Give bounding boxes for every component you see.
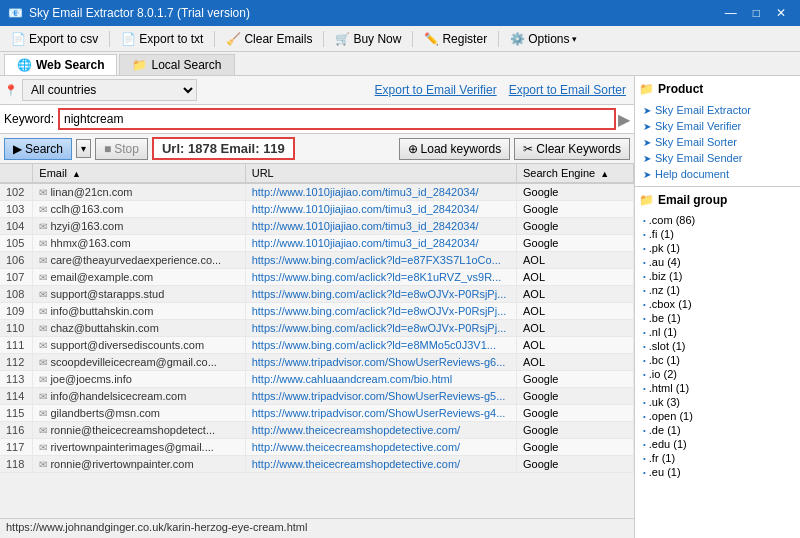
email-group-list: •.com (86)•.fi (1)•.pk (1)•.au (4)•.biz … bbox=[639, 213, 796, 479]
row-engine: Google bbox=[517, 388, 634, 405]
row-url[interactable]: https://www.tripadvisor.com/ShowUserRevi… bbox=[245, 354, 516, 371]
location-icon: 📍 bbox=[4, 84, 18, 97]
row-url[interactable]: https://www.tripadvisor.com/ShowUserRevi… bbox=[245, 388, 516, 405]
group-label: .nz (1) bbox=[649, 284, 680, 296]
group-dot-icon: • bbox=[643, 272, 646, 281]
menu-clear-emails[interactable]: 🧹 Clear Emails bbox=[219, 29, 319, 49]
clear-keywords-button[interactable]: ✂ Clear Keywords bbox=[514, 138, 630, 160]
row-engine: AOL bbox=[517, 354, 634, 371]
group-label: .biz (1) bbox=[649, 270, 683, 282]
row-url[interactable]: http://www.cahluaandcream.com/bio.html bbox=[245, 371, 516, 388]
email-group-item[interactable]: •.biz (1) bbox=[639, 269, 796, 283]
email-group-item[interactable]: •.nz (1) bbox=[639, 283, 796, 297]
close-button[interactable]: ✕ bbox=[770, 6, 792, 20]
group-dot-icon: • bbox=[643, 342, 646, 351]
menu-export-csv[interactable]: 📄 Export to csv bbox=[4, 29, 105, 49]
row-url[interactable]: https://www.bing.com/aclick?ld=e8wOJVx-P… bbox=[245, 286, 516, 303]
tab-web-search[interactable]: 🌐 Web Search bbox=[4, 54, 117, 75]
clear-keywords-label: Clear Keywords bbox=[536, 142, 621, 156]
table-row: 116 ✉ ronnie@theicecreamshopdetect... ht… bbox=[0, 422, 634, 439]
row-email: ✉ hhmx@163.com bbox=[33, 235, 245, 252]
email-group-item[interactable]: •.io (2) bbox=[639, 367, 796, 381]
menu-buy-now[interactable]: 🛒 Buy Now bbox=[328, 29, 408, 49]
menu-sep-5 bbox=[498, 31, 499, 47]
center-panel: 📍 All countries Export to Email Verifier… bbox=[0, 76, 635, 538]
table-row: 113 ✉ joe@joecms.info http://www.cahluaa… bbox=[0, 371, 634, 388]
product-link-item[interactable]: ➤Sky Email Verifier bbox=[639, 118, 796, 134]
product-link-item[interactable]: ➤Help document bbox=[639, 166, 796, 182]
search-dropdown-button[interactable]: ▾ bbox=[76, 139, 91, 158]
keyword-row: Keyword: ▶ bbox=[0, 105, 634, 134]
row-url[interactable]: https://www.tripadvisor.com/ShowUserRevi… bbox=[245, 405, 516, 422]
menu-sep-3 bbox=[323, 31, 324, 47]
row-url[interactable]: http://www.theicecreamshopdetective.com/ bbox=[245, 422, 516, 439]
product-link-item[interactable]: ➤Sky Email Sorter bbox=[639, 134, 796, 150]
email-group-item[interactable]: •.html (1) bbox=[639, 381, 796, 395]
row-engine: Google bbox=[517, 183, 634, 201]
web-search-tab-icon: 🌐 bbox=[17, 58, 32, 72]
keyword-input[interactable] bbox=[58, 108, 616, 130]
email-group-item[interactable]: •.open (1) bbox=[639, 409, 796, 423]
email-group-item[interactable]: •.be (1) bbox=[639, 311, 796, 325]
row-email: ✉ info@buttahskin.com bbox=[33, 303, 245, 320]
email-group-item[interactable]: •.edu (1) bbox=[639, 437, 796, 451]
product-link-icon: ➤ bbox=[643, 137, 651, 148]
row-url[interactable]: https://www.bing.com/aclick?ld=e8wOJVx-P… bbox=[245, 303, 516, 320]
country-select[interactable]: All countries bbox=[22, 79, 197, 101]
export-to-verifier-button[interactable]: Export to Email Verifier bbox=[371, 83, 501, 97]
tabbar: 🌐 Web Search 📁 Local Search bbox=[0, 52, 800, 76]
product-section: 📁 Product ➤Sky Email Extractor➤Sky Email… bbox=[635, 76, 800, 187]
status-text: https://www.johnandginger.co.uk/karin-he… bbox=[6, 521, 307, 533]
tab-local-search[interactable]: 📁 Local Search bbox=[119, 54, 234, 75]
load-keywords-button[interactable]: ⊕ Load keywords bbox=[399, 138, 511, 160]
row-url[interactable]: https://www.bing.com/aclick?ld=e8K1uRVZ_… bbox=[245, 269, 516, 286]
group-dot-icon: • bbox=[643, 328, 646, 337]
row-url[interactable]: https://www.bing.com/aclick?ld=e8wOJVx-P… bbox=[245, 320, 516, 337]
email-group-item[interactable]: •.uk (3) bbox=[639, 395, 796, 409]
row-url[interactable]: http://www.theicecreamshopdetective.com/ bbox=[245, 439, 516, 456]
email-group-item[interactable]: •.eu (1) bbox=[639, 465, 796, 479]
email-group-item[interactable]: •.nl (1) bbox=[639, 325, 796, 339]
maximize-button[interactable]: □ bbox=[747, 6, 766, 20]
email-group-item[interactable]: •.com (86) bbox=[639, 213, 796, 227]
row-url[interactable]: http://www.1010jiajiao.com/timu3_id_2842… bbox=[245, 201, 516, 218]
email-group-item[interactable]: •.au (4) bbox=[639, 255, 796, 269]
row-url[interactable]: http://www.theicecreamshopdetective.com/ bbox=[245, 456, 516, 473]
row-url[interactable]: http://www.1010jiajiao.com/timu3_id_2842… bbox=[245, 218, 516, 235]
email-group-item[interactable]: •.bc (1) bbox=[639, 353, 796, 367]
email-group-item[interactable]: •.fr (1) bbox=[639, 451, 796, 465]
row-url[interactable]: http://www.1010jiajiao.com/timu3_id_2842… bbox=[245, 235, 516, 252]
menu-register[interactable]: ✏️ Register bbox=[417, 29, 494, 49]
minimize-button[interactable]: — bbox=[719, 6, 743, 20]
export-to-sorter-button[interactable]: Export to Email Sorter bbox=[505, 83, 630, 97]
product-link-item[interactable]: ➤Sky Email Extractor bbox=[639, 102, 796, 118]
group-dot-icon: • bbox=[643, 356, 646, 365]
clear-icon: ✂ bbox=[523, 142, 533, 156]
buy-now-icon: 🛒 bbox=[335, 32, 350, 46]
email-group-item[interactable]: •.slot (1) bbox=[639, 339, 796, 353]
row-url[interactable]: http://www.1010jiajiao.com/timu3_id_2842… bbox=[245, 183, 516, 201]
menu-options[interactable]: ⚙️ Options ▾ bbox=[503, 29, 584, 49]
group-dot-icon: • bbox=[643, 300, 646, 309]
email-group-item[interactable]: •.fi (1) bbox=[639, 227, 796, 241]
statusbar: https://www.johnandginger.co.uk/karin-he… bbox=[0, 518, 634, 538]
app-title: Sky Email Extractor 8.0.1.7 (Trial versi… bbox=[29, 6, 250, 20]
emailgroup-header: 📁 Email group bbox=[639, 191, 796, 209]
search-button[interactable]: ▶ Search bbox=[4, 138, 72, 160]
stop-icon: ■ bbox=[104, 142, 111, 156]
email-group-item[interactable]: •.pk (1) bbox=[639, 241, 796, 255]
row-url[interactable]: https://www.bing.com/aclick?ld=e87FX3S7L… bbox=[245, 252, 516, 269]
row-url[interactable]: https://www.bing.com/aclick?ld=e8MMo5c0J… bbox=[245, 337, 516, 354]
email-group-item[interactable]: •.cbox (1) bbox=[639, 297, 796, 311]
menu-export-txt[interactable]: 📄 Export to txt bbox=[114, 29, 210, 49]
group-label: .bc (1) bbox=[649, 354, 680, 366]
product-link-item[interactable]: ➤Sky Email Sender bbox=[639, 150, 796, 166]
group-dot-icon: • bbox=[643, 314, 646, 323]
row-num: 116 bbox=[0, 422, 33, 439]
menu-sep-4 bbox=[412, 31, 413, 47]
email-group-item[interactable]: •.de (1) bbox=[639, 423, 796, 437]
row-num: 104 bbox=[0, 218, 33, 235]
scroll-right-icon: ▶ bbox=[618, 110, 630, 129]
group-label: .pk (1) bbox=[649, 242, 680, 254]
stop-button[interactable]: ■ Stop bbox=[95, 138, 148, 160]
